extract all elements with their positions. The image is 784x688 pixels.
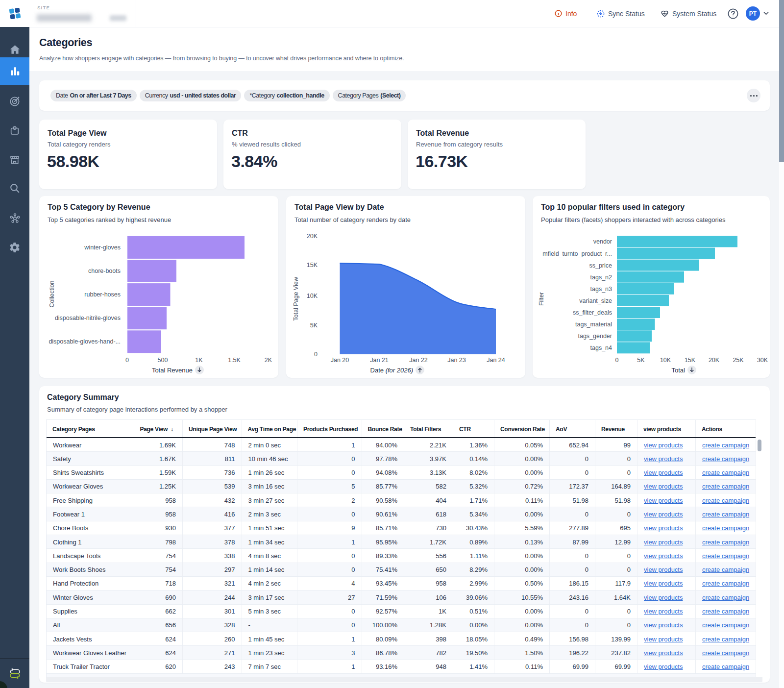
svg-text:Total Revenue: Total Revenue [152, 367, 193, 374]
svg-text:2K: 2K [265, 357, 272, 364]
svg-text:Jan 23: Jan 23 [447, 357, 466, 364]
svg-text:10K: 10K [307, 293, 318, 299]
svg-text:rubber-hoses: rubber-hoses [84, 291, 121, 298]
svg-text:20K: 20K [307, 233, 318, 240]
svg-text:tags_n4: tags_n4 [590, 344, 612, 351]
svg-text:mfield_turnto_product_r...: mfield_turnto_product_r... [542, 250, 612, 257]
svg-text:0: 0 [125, 357, 129, 364]
svg-text:30K: 30K [757, 357, 768, 364]
svg-text:25K: 25K [733, 357, 744, 364]
svg-text:Jan 21: Jan 21 [370, 357, 389, 364]
svg-text:disposable-nitrile-gloves: disposable-nitrile-gloves [55, 315, 121, 321]
svg-text:500: 500 [158, 357, 168, 364]
svg-text:tags_n3: tags_n3 [590, 286, 612, 293]
svg-text:ss_filter_deals: ss_filter_deals [573, 309, 612, 316]
svg-text:Filter: Filter [538, 292, 545, 306]
svg-text:disposable-gloves-hand-...: disposable-gloves-hand-... [49, 338, 121, 345]
svg-text:10K: 10K [660, 357, 671, 364]
svg-text:Total: Total [672, 367, 686, 374]
svg-text:5K: 5K [310, 322, 318, 329]
svg-text:5K: 5K [637, 357, 645, 364]
svg-text:Collection: Collection [49, 281, 55, 308]
svg-text:Jan 20: Jan 20 [331, 357, 349, 364]
svg-text:tags_gender: tags_gender [578, 333, 612, 340]
svg-text:1K: 1K [195, 357, 203, 364]
svg-text:0: 0 [615, 357, 619, 364]
svg-text:tags_material: tags_material [575, 321, 612, 328]
svg-text:chore-boots: chore-boots [88, 268, 121, 274]
svg-text:0: 0 [314, 351, 318, 358]
svg-text:ss_price: ss_price [589, 262, 612, 269]
svg-text:vendor: vendor [593, 238, 612, 245]
svg-text:20K: 20K [709, 357, 720, 364]
svg-text:Jan 22: Jan 22 [409, 357, 428, 364]
svg-text:tags_n2: tags_n2 [590, 274, 612, 281]
svg-text:Jan 24: Jan 24 [487, 357, 505, 364]
svg-text:variant_size: variant_size [579, 297, 612, 304]
svg-text:15K: 15K [307, 262, 318, 269]
svg-text:winter-gloves: winter-gloves [84, 244, 121, 251]
svg-text:Total Page View: Total Page View [293, 276, 299, 320]
svg-text:15K: 15K [685, 357, 696, 364]
svg-text:Date (for 2026): Date (for 2026) [370, 367, 413, 374]
svg-text:1.5K: 1.5K [228, 357, 241, 364]
